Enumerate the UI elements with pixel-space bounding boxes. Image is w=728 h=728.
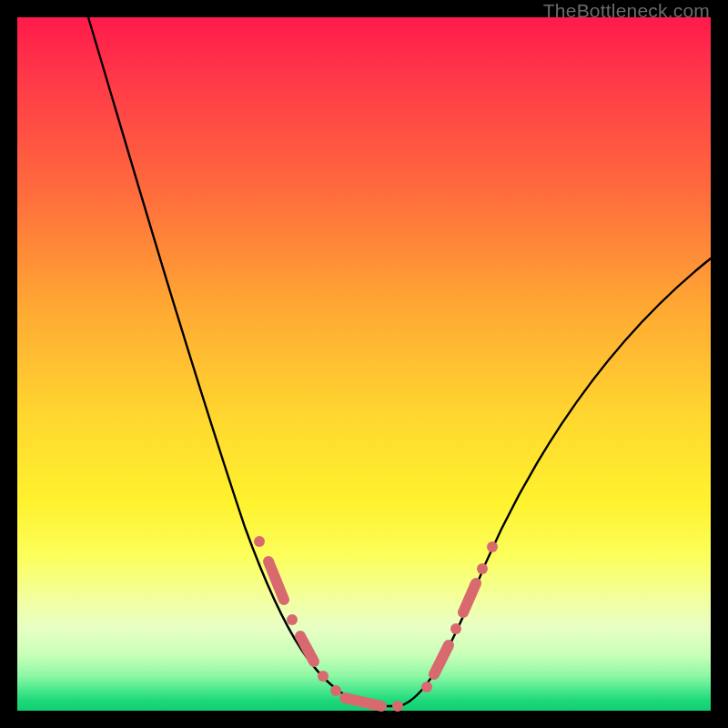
svg-point-0: [254, 536, 265, 547]
svg-point-1: [287, 614, 298, 625]
svg-point-7: [477, 563, 488, 574]
bottleneck-curve: [88, 17, 711, 706]
chart-frame: TheBottleneck.com: [0, 0, 728, 728]
svg-point-5: [421, 682, 432, 693]
chart-plot-area: [17, 17, 711, 711]
marker-cluster-left: [254, 536, 403, 712]
svg-point-4: [392, 701, 403, 712]
svg-point-2: [318, 671, 329, 682]
svg-point-6: [450, 623, 461, 634]
svg-point-8: [487, 541, 498, 552]
curve-svg: [17, 17, 711, 711]
svg-point-3: [330, 685, 341, 696]
